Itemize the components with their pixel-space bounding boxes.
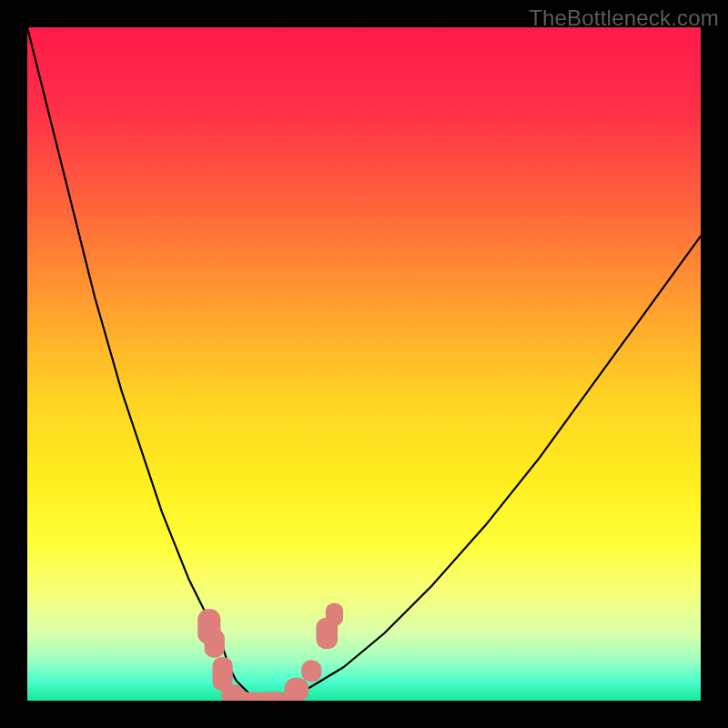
chart-frame: TheBottleneck.com <box>0 0 728 728</box>
data-marker <box>326 603 343 626</box>
chart-canvas <box>27 27 701 701</box>
data-marker <box>205 630 225 658</box>
chart-background <box>27 27 701 701</box>
data-marker <box>285 678 309 701</box>
data-marker <box>257 692 289 701</box>
data-marker <box>301 661 321 682</box>
